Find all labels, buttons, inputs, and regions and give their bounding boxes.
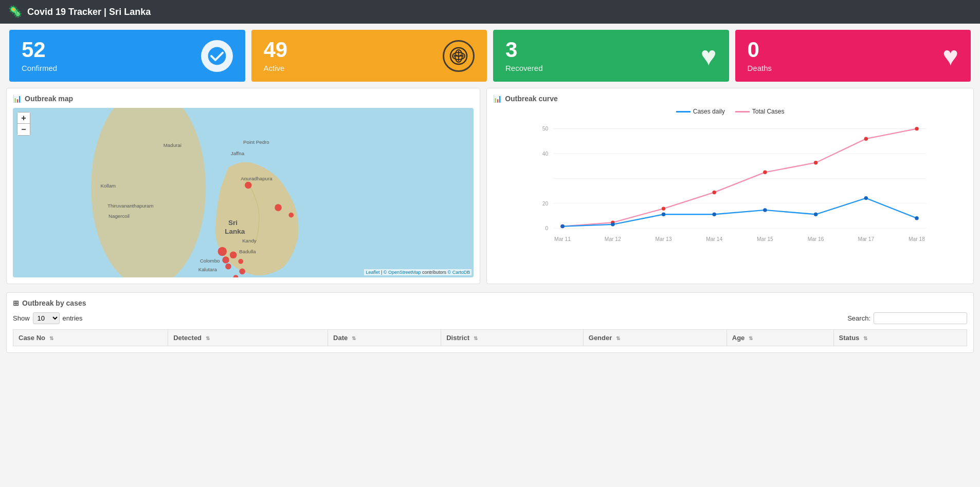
entries-select[interactable]: 10 25 50 100	[33, 312, 60, 324]
osm-link[interactable]: © OpenStreetMap	[384, 270, 421, 275]
svg-text:Kalutara: Kalutara	[198, 267, 217, 272]
map-title-text: Outbreak map	[25, 95, 73, 103]
table-title-text: Outbreak by cases	[22, 299, 86, 307]
main-content: 📊 Outbreak map Madurai Point Pedro Jaffn…	[0, 86, 980, 290]
confirmed-label: Confirmed	[22, 64, 57, 72]
deaths-card: 0 Deaths ♥	[735, 30, 971, 82]
map-icon: 📊	[13, 95, 22, 103]
svg-text:Madurai: Madurai	[164, 142, 182, 148]
svg-text:20: 20	[542, 201, 549, 207]
svg-text:Nagercoil: Nagercoil	[108, 213, 130, 219]
map-panel: 📊 Outbreak map Madurai Point Pedro Jaffn…	[6, 88, 480, 284]
data-table: Case No ⇅ Detected ⇅ Date ⇅ District ⇅ G…	[13, 329, 967, 346]
chart-icon: 📊	[493, 95, 502, 103]
search-input[interactable]	[874, 312, 967, 324]
col-case-no[interactable]: Case No ⇅	[13, 330, 168, 346]
svg-point-22	[245, 182, 252, 189]
svg-point-7	[91, 108, 206, 277]
recovered-icon: ♥	[701, 43, 717, 69]
zoom-out-button[interactable]: −	[17, 124, 30, 135]
svg-text:Mar 15: Mar 15	[757, 236, 773, 242]
table-panel: ⊞ Outbreak by cases Show 10 25 50 100 en…	[6, 292, 974, 353]
svg-point-55	[814, 161, 818, 164]
legend-line-pink	[735, 111, 750, 113]
svg-text:Sri: Sri	[228, 219, 238, 227]
svg-text:0: 0	[546, 226, 549, 231]
recovered-number: 3	[505, 39, 543, 61]
svg-point-24	[288, 213, 294, 218]
svg-text:Mar 18: Mar 18	[909, 236, 925, 242]
svg-point-63	[814, 213, 818, 216]
legend-cases-daily: Cases daily	[676, 108, 725, 115]
legend-line-blue	[676, 111, 691, 113]
svg-text:40: 40	[542, 151, 549, 157]
chart-container: Cases daily Total Cases 50 40 20 0	[493, 108, 967, 277]
entries-label: entries	[63, 314, 83, 322]
svg-text:Thiruvananthapuram: Thiruvananthapuram	[107, 203, 153, 209]
svg-point-60	[662, 213, 665, 216]
col-detected[interactable]: Detected ⇅	[168, 330, 328, 346]
svg-point-28	[230, 252, 237, 259]
chart-title-text: Outbreak curve	[505, 95, 558, 103]
svg-point-23	[275, 204, 282, 211]
svg-point-27	[225, 264, 231, 270]
col-status[interactable]: Status ⇅	[833, 330, 967, 346]
svg-point-58	[560, 224, 564, 228]
svg-text:Colombo: Colombo	[200, 258, 220, 264]
col-gender[interactable]: Gender ⇅	[583, 330, 727, 346]
svg-text:Anuradhapura: Anuradhapura	[241, 176, 273, 181]
legend-cases-daily-label: Cases daily	[693, 108, 725, 115]
svg-text:Lanka: Lanka	[225, 228, 245, 235]
leaflet-link[interactable]: Leaflet	[366, 270, 379, 275]
svg-point-54	[763, 171, 767, 174]
svg-point-56	[864, 137, 868, 140]
svg-point-59	[611, 222, 614, 226]
zoom-in-button[interactable]: +	[17, 113, 30, 124]
chart-legend: Cases daily Total Cases	[493, 108, 967, 115]
col-date[interactable]: Date ⇅	[328, 330, 441, 346]
col-age[interactable]: Age ⇅	[727, 330, 833, 346]
legend-total-cases: Total Cases	[735, 108, 785, 115]
active-label: Active	[264, 64, 288, 72]
show-entries: Show 10 25 50 100 entries	[13, 312, 83, 324]
search-label: Search:	[847, 314, 870, 322]
table-icon: ⊞	[13, 299, 19, 307]
chart-panel-title: 📊 Outbreak curve	[493, 95, 967, 103]
header: 🦠 Covid 19 Tracker | Sri Lanka	[0, 0, 980, 24]
recovered-label: Recovered	[505, 64, 543, 72]
svg-text:Kandy: Kandy	[242, 238, 257, 244]
svg-text:Mar 13: Mar 13	[656, 236, 672, 242]
deaths-info: 0 Deaths	[748, 39, 772, 72]
svg-point-57	[915, 127, 918, 130]
table-controls: Show 10 25 50 100 entries Search:	[13, 312, 967, 324]
recovered-info: 3 Recovered	[505, 39, 543, 72]
svg-point-25	[218, 247, 227, 256]
svg-text:Mar 17: Mar 17	[858, 236, 875, 242]
svg-point-29	[238, 259, 243, 264]
map-container[interactable]: Madurai Point Pedro Jaffna Kollam Thiruv…	[13, 108, 474, 277]
deaths-icon: ♥	[942, 43, 958, 69]
map-zoom-controls: + −	[17, 112, 30, 136]
active-icon	[443, 40, 475, 72]
svg-text:Mar 16: Mar 16	[808, 236, 824, 242]
cartodb-link[interactable]: © CartoDB	[448, 270, 470, 275]
active-card: 49 Active	[251, 30, 487, 82]
virus-icon: 🦠	[8, 5, 22, 18]
legend-total-cases-label: Total Cases	[752, 108, 785, 115]
col-district[interactable]: District ⇅	[441, 330, 584, 346]
svg-point-26	[222, 256, 229, 264]
svg-point-65	[915, 216, 918, 220]
svg-text:50: 50	[542, 126, 549, 132]
svg-point-52	[662, 207, 665, 210]
svg-text:Mar 11: Mar 11	[554, 236, 571, 242]
map-attribution: Leaflet | © OpenStreetMap contributors ©…	[364, 269, 471, 275]
svg-text:Mar 14: Mar 14	[706, 236, 722, 242]
recovered-card: 3 Recovered ♥	[493, 30, 729, 82]
deaths-number: 0	[748, 39, 772, 61]
confirmed-number: 52	[22, 39, 57, 61]
confirmed-icon	[201, 40, 233, 72]
svg-point-30	[239, 269, 245, 275]
svg-point-61	[713, 213, 716, 216]
map-panel-title: 📊 Outbreak map	[13, 95, 474, 103]
stats-row: 52 Confirmed 49 Active	[0, 24, 980, 86]
